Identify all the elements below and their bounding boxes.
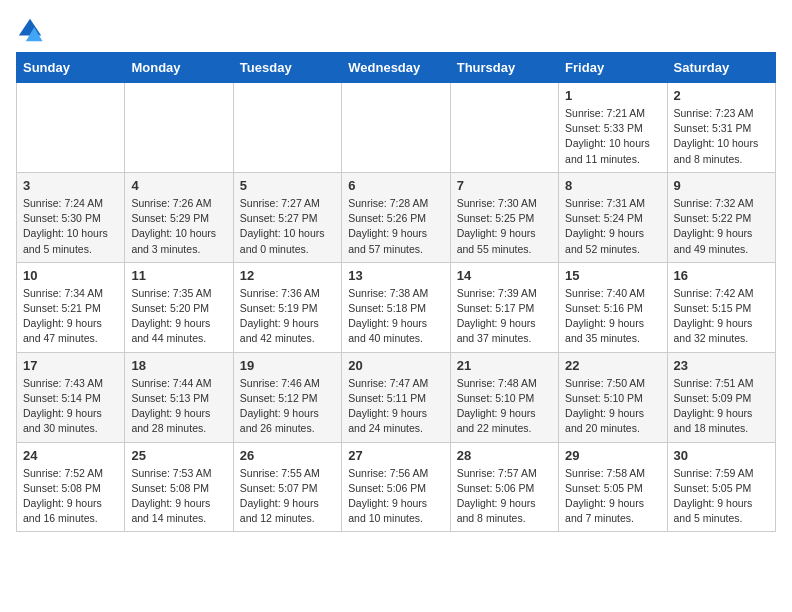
calendar-cell: 2Sunrise: 7:23 AM Sunset: 5:31 PM Daylig… [667, 83, 775, 173]
cell-content: Sunrise: 7:38 AM Sunset: 5:18 PM Dayligh… [348, 286, 443, 347]
cell-content: Sunrise: 7:56 AM Sunset: 5:06 PM Dayligh… [348, 466, 443, 527]
calendar-cell: 24Sunrise: 7:52 AM Sunset: 5:08 PM Dayli… [17, 442, 125, 532]
cell-content: Sunrise: 7:24 AM Sunset: 5:30 PM Dayligh… [23, 196, 118, 257]
day-number: 24 [23, 448, 118, 463]
cell-content: Sunrise: 7:39 AM Sunset: 5:17 PM Dayligh… [457, 286, 552, 347]
cell-content: Sunrise: 7:42 AM Sunset: 5:15 PM Dayligh… [674, 286, 769, 347]
weekday-header-saturday: Saturday [667, 53, 775, 83]
cell-content: Sunrise: 7:48 AM Sunset: 5:10 PM Dayligh… [457, 376, 552, 437]
header [16, 16, 776, 44]
day-number: 16 [674, 268, 769, 283]
cell-content: Sunrise: 7:23 AM Sunset: 5:31 PM Dayligh… [674, 106, 769, 167]
logo [16, 16, 48, 44]
day-number: 8 [565, 178, 660, 193]
cell-content: Sunrise: 7:51 AM Sunset: 5:09 PM Dayligh… [674, 376, 769, 437]
cell-content: Sunrise: 7:34 AM Sunset: 5:21 PM Dayligh… [23, 286, 118, 347]
calendar-cell: 22Sunrise: 7:50 AM Sunset: 5:10 PM Dayli… [559, 352, 667, 442]
day-number: 15 [565, 268, 660, 283]
cell-content: Sunrise: 7:31 AM Sunset: 5:24 PM Dayligh… [565, 196, 660, 257]
weekday-header-tuesday: Tuesday [233, 53, 341, 83]
day-number: 29 [565, 448, 660, 463]
calendar-cell: 14Sunrise: 7:39 AM Sunset: 5:17 PM Dayli… [450, 262, 558, 352]
calendar-week-1: 1Sunrise: 7:21 AM Sunset: 5:33 PM Daylig… [17, 83, 776, 173]
logo-icon [16, 16, 44, 44]
day-number: 13 [348, 268, 443, 283]
cell-content: Sunrise: 7:53 AM Sunset: 5:08 PM Dayligh… [131, 466, 226, 527]
cell-content: Sunrise: 7:43 AM Sunset: 5:14 PM Dayligh… [23, 376, 118, 437]
cell-content: Sunrise: 7:40 AM Sunset: 5:16 PM Dayligh… [565, 286, 660, 347]
weekday-header-monday: Monday [125, 53, 233, 83]
calendar-cell: 29Sunrise: 7:58 AM Sunset: 5:05 PM Dayli… [559, 442, 667, 532]
day-number: 18 [131, 358, 226, 373]
calendar-cell: 4Sunrise: 7:26 AM Sunset: 5:29 PM Daylig… [125, 172, 233, 262]
day-number: 21 [457, 358, 552, 373]
day-number: 23 [674, 358, 769, 373]
calendar-cell: 12Sunrise: 7:36 AM Sunset: 5:19 PM Dayli… [233, 262, 341, 352]
cell-content: Sunrise: 7:27 AM Sunset: 5:27 PM Dayligh… [240, 196, 335, 257]
day-number: 12 [240, 268, 335, 283]
weekday-header-wednesday: Wednesday [342, 53, 450, 83]
calendar-cell: 15Sunrise: 7:40 AM Sunset: 5:16 PM Dayli… [559, 262, 667, 352]
cell-content: Sunrise: 7:52 AM Sunset: 5:08 PM Dayligh… [23, 466, 118, 527]
calendar-week-2: 3Sunrise: 7:24 AM Sunset: 5:30 PM Daylig… [17, 172, 776, 262]
cell-content: Sunrise: 7:46 AM Sunset: 5:12 PM Dayligh… [240, 376, 335, 437]
cell-content: Sunrise: 7:21 AM Sunset: 5:33 PM Dayligh… [565, 106, 660, 167]
calendar-cell [17, 83, 125, 173]
day-number: 5 [240, 178, 335, 193]
day-number: 6 [348, 178, 443, 193]
cell-content: Sunrise: 7:28 AM Sunset: 5:26 PM Dayligh… [348, 196, 443, 257]
calendar-cell: 19Sunrise: 7:46 AM Sunset: 5:12 PM Dayli… [233, 352, 341, 442]
day-number: 28 [457, 448, 552, 463]
day-number: 10 [23, 268, 118, 283]
day-number: 19 [240, 358, 335, 373]
calendar-cell: 23Sunrise: 7:51 AM Sunset: 5:09 PM Dayli… [667, 352, 775, 442]
calendar-cell: 10Sunrise: 7:34 AM Sunset: 5:21 PM Dayli… [17, 262, 125, 352]
cell-content: Sunrise: 7:58 AM Sunset: 5:05 PM Dayligh… [565, 466, 660, 527]
cell-content: Sunrise: 7:35 AM Sunset: 5:20 PM Dayligh… [131, 286, 226, 347]
day-number: 14 [457, 268, 552, 283]
cell-content: Sunrise: 7:36 AM Sunset: 5:19 PM Dayligh… [240, 286, 335, 347]
calendar-cell: 25Sunrise: 7:53 AM Sunset: 5:08 PM Dayli… [125, 442, 233, 532]
day-number: 26 [240, 448, 335, 463]
weekday-header-friday: Friday [559, 53, 667, 83]
calendar-cell: 11Sunrise: 7:35 AM Sunset: 5:20 PM Dayli… [125, 262, 233, 352]
calendar-cell: 26Sunrise: 7:55 AM Sunset: 5:07 PM Dayli… [233, 442, 341, 532]
cell-content: Sunrise: 7:50 AM Sunset: 5:10 PM Dayligh… [565, 376, 660, 437]
calendar-cell: 28Sunrise: 7:57 AM Sunset: 5:06 PM Dayli… [450, 442, 558, 532]
calendar-cell [233, 83, 341, 173]
calendar-cell: 13Sunrise: 7:38 AM Sunset: 5:18 PM Dayli… [342, 262, 450, 352]
calendar-cell: 18Sunrise: 7:44 AM Sunset: 5:13 PM Dayli… [125, 352, 233, 442]
day-number: 25 [131, 448, 226, 463]
calendar-cell: 30Sunrise: 7:59 AM Sunset: 5:05 PM Dayli… [667, 442, 775, 532]
day-number: 30 [674, 448, 769, 463]
weekday-header-row: SundayMondayTuesdayWednesdayThursdayFrid… [17, 53, 776, 83]
cell-content: Sunrise: 7:26 AM Sunset: 5:29 PM Dayligh… [131, 196, 226, 257]
calendar-cell: 27Sunrise: 7:56 AM Sunset: 5:06 PM Dayli… [342, 442, 450, 532]
day-number: 2 [674, 88, 769, 103]
day-number: 11 [131, 268, 226, 283]
calendar-cell [450, 83, 558, 173]
day-number: 3 [23, 178, 118, 193]
svg-marker-0 [19, 19, 41, 36]
cell-content: Sunrise: 7:32 AM Sunset: 5:22 PM Dayligh… [674, 196, 769, 257]
day-number: 1 [565, 88, 660, 103]
calendar-cell: 20Sunrise: 7:47 AM Sunset: 5:11 PM Dayli… [342, 352, 450, 442]
cell-content: Sunrise: 7:47 AM Sunset: 5:11 PM Dayligh… [348, 376, 443, 437]
day-number: 22 [565, 358, 660, 373]
calendar-week-3: 10Sunrise: 7:34 AM Sunset: 5:21 PM Dayli… [17, 262, 776, 352]
day-number: 4 [131, 178, 226, 193]
day-number: 20 [348, 358, 443, 373]
calendar-cell: 6Sunrise: 7:28 AM Sunset: 5:26 PM Daylig… [342, 172, 450, 262]
cell-content: Sunrise: 7:30 AM Sunset: 5:25 PM Dayligh… [457, 196, 552, 257]
calendar-cell: 16Sunrise: 7:42 AM Sunset: 5:15 PM Dayli… [667, 262, 775, 352]
calendar-cell: 8Sunrise: 7:31 AM Sunset: 5:24 PM Daylig… [559, 172, 667, 262]
weekday-header-thursday: Thursday [450, 53, 558, 83]
cell-content: Sunrise: 7:55 AM Sunset: 5:07 PM Dayligh… [240, 466, 335, 527]
day-number: 7 [457, 178, 552, 193]
calendar-cell: 1Sunrise: 7:21 AM Sunset: 5:33 PM Daylig… [559, 83, 667, 173]
calendar-cell [125, 83, 233, 173]
calendar-cell: 21Sunrise: 7:48 AM Sunset: 5:10 PM Dayli… [450, 352, 558, 442]
calendar-cell: 5Sunrise: 7:27 AM Sunset: 5:27 PM Daylig… [233, 172, 341, 262]
calendar-week-4: 17Sunrise: 7:43 AM Sunset: 5:14 PM Dayli… [17, 352, 776, 442]
cell-content: Sunrise: 7:59 AM Sunset: 5:05 PM Dayligh… [674, 466, 769, 527]
